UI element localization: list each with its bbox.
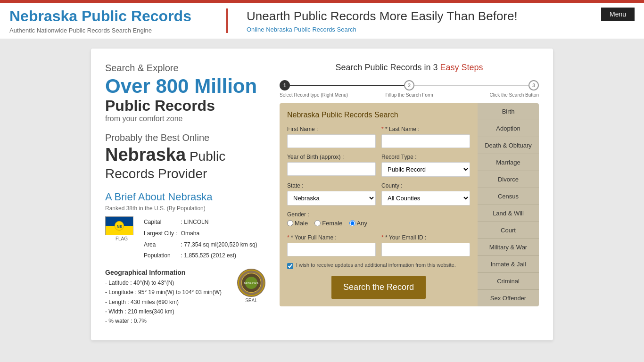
record-type-criminal[interactable]: Criminal bbox=[478, 273, 539, 290]
county-group: County : All Counties bbox=[381, 182, 470, 206]
first-name-input[interactable] bbox=[287, 134, 376, 148]
main-inner: Search & Explore Over 800 Million Public… bbox=[105, 63, 539, 326]
logo-nebraska: Nebraska bbox=[9, 8, 82, 25]
nebraska-large: Nebraska bbox=[105, 145, 186, 165]
checkbox-row: I wish to receive updates and additional… bbox=[287, 262, 470, 269]
easy-steps: Easy Steps bbox=[440, 63, 483, 72]
progress-bar: 1 2 3 bbox=[280, 80, 539, 90]
search-explore: Search & Explore bbox=[105, 63, 265, 74]
record-type-group: Record Type : Public Record bbox=[381, 154, 470, 177]
record-types-sidebar: Birth Adoption Death & Obituary Marriage… bbox=[478, 103, 539, 306]
flag-row: NE FLAG Capital : LINCOLN Larges bbox=[105, 216, 265, 262]
state-select[interactable]: Nebraska bbox=[287, 191, 376, 206]
record-type-court[interactable]: Court bbox=[478, 222, 539, 239]
gender-any-radio[interactable] bbox=[349, 220, 355, 226]
menu-button[interactable]: Menu bbox=[601, 8, 635, 21]
seal-box: NEBRASKA SEAL bbox=[237, 269, 265, 303]
step-1-circle: 1 bbox=[280, 80, 290, 90]
site-title: Nebraska Public Records bbox=[9, 8, 226, 25]
name-row: First Name : * * Last Name : bbox=[287, 126, 470, 148]
pop-val: : 1,855,525 (2012 est) bbox=[181, 251, 260, 261]
record-type-sex-offender[interactable]: Sex Offender bbox=[478, 290, 539, 306]
state-county-row: State : Nebraska County : All Counties bbox=[287, 182, 470, 206]
hero-tagline: Unearth Public Records More Easily Than … bbox=[226, 8, 635, 33]
yob-label: Year of Birth (approx) : bbox=[287, 154, 376, 160]
gender-male-radio[interactable] bbox=[287, 220, 293, 226]
logo-area: Nebraska Public Records Authentic Nation… bbox=[9, 8, 226, 34]
record-type-adoption[interactable]: Adoption bbox=[478, 120, 539, 137]
seal-row: Geographical Information - Latitude : 40… bbox=[105, 269, 265, 326]
fullname-label: * * Your Full Name : bbox=[287, 234, 376, 241]
geo-info: Geographical Information - Latitude : 40… bbox=[105, 269, 222, 326]
progress-line-2 bbox=[414, 85, 528, 86]
steps-heading: Search Public Records in 3 Easy Steps bbox=[280, 63, 539, 73]
record-type-military[interactable]: Military & War bbox=[478, 239, 539, 256]
svg-text:NEBRASKA: NEBRASKA bbox=[244, 282, 259, 285]
gender-any-option[interactable]: Any bbox=[349, 220, 367, 227]
flag-label: FLAG bbox=[105, 236, 138, 241]
record-type-inmate[interactable]: Inmate & Jail bbox=[478, 256, 539, 273]
seal-label: SEAL bbox=[237, 298, 265, 303]
right-column: Search Public Records in 3 Easy Steps 1 … bbox=[280, 63, 539, 326]
fullname-email-row: * * Your Full Name : * * Your Email ID : bbox=[287, 234, 470, 256]
flag-box: NE FLAG bbox=[105, 216, 138, 262]
step-2-circle: 2 bbox=[404, 80, 414, 90]
largest-label: Largest City : bbox=[144, 229, 180, 239]
area-val: : 77,354 sq mi(200,520 km sq) bbox=[181, 240, 260, 250]
header: Nebraska Public Records Authentic Nation… bbox=[0, 3, 644, 39]
capital-val: : LINCOLN bbox=[181, 217, 260, 228]
state-group: State : Nebraska bbox=[287, 182, 376, 206]
record-type-label: Record Type : bbox=[381, 154, 470, 160]
geo-line-5: - % water : 0.7% bbox=[105, 316, 222, 326]
step3-label: Click the Search Button bbox=[453, 92, 539, 98]
email-label: * * Your Email ID : bbox=[381, 234, 470, 241]
search-button[interactable]: Search the Record bbox=[331, 276, 426, 299]
email-input[interactable] bbox=[381, 243, 470, 256]
brief-section: A Brief About Nebraska Ranked 38th in th… bbox=[105, 191, 265, 326]
largest-val: Omaha bbox=[181, 229, 260, 239]
gender-female-option[interactable]: Female bbox=[314, 220, 342, 227]
search-form-area: Nebraska Public Records Search First Nam… bbox=[280, 103, 478, 306]
search-panel: Nebraska Public Records Search First Nam… bbox=[280, 103, 539, 306]
record-type-divorce[interactable]: Divorce bbox=[478, 171, 539, 188]
best-online: Probably the Best Online bbox=[105, 132, 265, 143]
gender-female-radio[interactable] bbox=[314, 220, 321, 226]
updates-checkbox[interactable] bbox=[287, 263, 293, 269]
area-label: Area bbox=[144, 240, 180, 250]
steps-labels: Select Record type (Right Menu) Fillup t… bbox=[280, 92, 539, 98]
county-select[interactable]: All Counties bbox=[381, 191, 470, 206]
record-type-census[interactable]: Census bbox=[478, 188, 539, 205]
main-content: Search & Explore Over 800 Million Public… bbox=[91, 49, 553, 340]
last-name-group: * * Last Name : bbox=[381, 126, 470, 148]
record-type-land[interactable]: Land & Will bbox=[478, 205, 539, 222]
gender-male-option[interactable]: Male bbox=[287, 220, 308, 227]
public-records-text: Public Records bbox=[105, 97, 265, 115]
step1-label: Select Record type (Right Menu) bbox=[280, 92, 366, 98]
gender-row: Gender : Male Female bbox=[287, 211, 470, 229]
hero-heading: Unearth Public Records More Easily Than … bbox=[247, 8, 635, 25]
over-800-million: Over 800 Million bbox=[105, 75, 265, 97]
geo-line-4: - Width : 210 miles(340 km) bbox=[105, 307, 222, 316]
svg-text:NE: NE bbox=[117, 224, 122, 229]
record-type-select[interactable]: Public Record bbox=[381, 162, 470, 177]
logo-tagline: Authentic Nationwide Public Records Sear… bbox=[9, 27, 226, 34]
fullname-input[interactable] bbox=[287, 243, 376, 256]
last-name-input[interactable] bbox=[381, 134, 470, 148]
step2-label: Fillup the Search Form bbox=[366, 92, 452, 98]
record-type-birth[interactable]: Birth bbox=[478, 103, 539, 120]
brief-title: A Brief About Nebraska bbox=[105, 191, 265, 203]
online-text: Online Nebraska Public Records Search bbox=[247, 26, 356, 33]
logo-public-records: Public Records bbox=[82, 8, 191, 25]
email-group: * * Your Email ID : bbox=[381, 234, 470, 256]
county-label: County : bbox=[381, 182, 470, 189]
pop-label: Population bbox=[144, 251, 180, 261]
progress-line-1 bbox=[290, 85, 404, 86]
checkbox-text: I wish to receive updates and additional… bbox=[296, 262, 456, 268]
record-type-marriage[interactable]: Marriage bbox=[478, 154, 539, 171]
seal-image: NEBRASKA bbox=[237, 269, 265, 297]
flag-image: NE bbox=[105, 216, 133, 235]
yob-record-row: Year of Birth (approx) : Record Type : P… bbox=[287, 154, 470, 177]
yob-input[interactable] bbox=[287, 162, 376, 176]
gender-options: Male Female Any bbox=[287, 220, 470, 229]
record-type-death[interactable]: Death & Obituary bbox=[478, 137, 539, 154]
